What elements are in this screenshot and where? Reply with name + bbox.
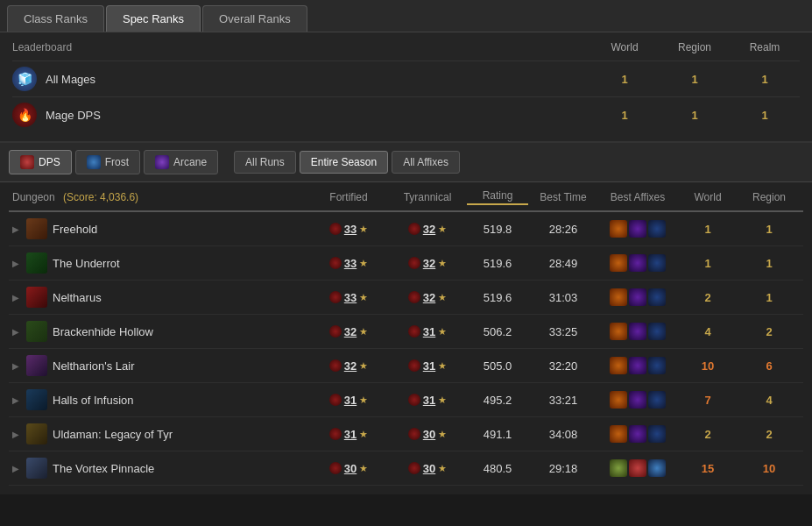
- filter-dps[interactable]: DPS: [9, 150, 72, 174]
- top-tabs: Class Ranks Spec Ranks Overall Ranks: [0, 0, 812, 32]
- cell-world-rank: 15: [677, 462, 738, 475]
- cell-world-rank: 2: [677, 291, 738, 304]
- cell-besttime: 32:20: [528, 359, 598, 373]
- fortified-key-icon: [329, 325, 342, 338]
- tyr-star: ★: [438, 258, 447, 269]
- filter-arcane[interactable]: Arcane: [144, 150, 218, 174]
- fort-val: 32: [344, 325, 357, 338]
- cell-tyrannical: 32 ★: [388, 223, 467, 236]
- expand-arrow-icon[interactable]: ▶: [12, 395, 21, 405]
- cell-affixes: [598, 288, 677, 306]
- all-mages-realm: 1: [730, 73, 800, 86]
- expand-arrow-icon[interactable]: ▶: [12, 259, 21, 268]
- cell-dungeon: ▶ The Underrot: [12, 252, 309, 274]
- cell-region-rank: 10: [738, 462, 800, 475]
- cell-rating: 505.0: [467, 359, 528, 373]
- tab-spec-ranks[interactable]: Spec Ranks: [106, 5, 201, 32]
- cell-rating: 495.2: [467, 394, 528, 407]
- cell-affixes: [598, 425, 677, 443]
- cell-region-rank: 6: [738, 359, 800, 373]
- dungeon-name: Neltharus: [53, 291, 102, 304]
- fortified-key-icon: [329, 394, 342, 406]
- dungeon-thumb: [26, 458, 47, 479]
- expand-arrow-icon[interactable]: ▶: [12, 293, 21, 302]
- dungeon-name: Uldaman: Legacy of Tyr: [53, 428, 173, 441]
- affix-icon-3: [648, 425, 666, 443]
- cell-region-rank: 1: [738, 257, 800, 270]
- all-mages-world: 1: [590, 73, 660, 86]
- cell-fortified: 31 ★: [309, 428, 388, 441]
- filter-dps-label: DPS: [39, 156, 60, 168]
- affix-icon-3: [648, 220, 666, 238]
- dps-icon: [20, 155, 34, 169]
- cell-besttime: 33:25: [528, 325, 598, 338]
- dungeon-thumb: [26, 218, 47, 239]
- filter-frost[interactable]: Frost: [75, 150, 140, 174]
- cell-affixes: [598, 220, 677, 238]
- table-row[interactable]: ▶ Uldaman: Legacy of Tyr 31 ★ 30 ★ 491.1…: [9, 417, 803, 451]
- fort-star: ★: [359, 463, 368, 474]
- affix-icon-1: [610, 323, 627, 340]
- filter-bar: DPS Frost Arcane All Runs Entire Season …: [0, 143, 812, 182]
- affix-icon-2: [629, 288, 646, 306]
- leaderboard-row-allmages[interactable]: 🧊 All Mages 1 1 1: [12, 60, 800, 96]
- fort-star: ★: [359, 326, 368, 338]
- filter-all-affixes-label: All Affixes: [403, 156, 448, 168]
- fort-val: 33: [344, 291, 357, 304]
- leaderboard-row-magedps[interactable]: 🔥 Mage DPS 1 1 1: [12, 96, 800, 132]
- filter-all-affixes[interactable]: All Affixes: [392, 151, 460, 174]
- mage-dps-realm: 1: [730, 109, 800, 122]
- tyrannical-key-icon: [408, 394, 420, 406]
- affix-icon-2: [629, 220, 646, 238]
- dungeon-thumb: [26, 321, 47, 342]
- fort-star: ★: [359, 258, 368, 269]
- table-row[interactable]: ▶ Halls of Infusion 31 ★ 31 ★ 495.2 33:2…: [9, 383, 803, 417]
- table-row[interactable]: ▶ The Underrot 33 ★ 32 ★ 519.6 28:49 1 1: [9, 246, 803, 281]
- cell-dungeon: ▶ Uldaman: Legacy of Tyr: [12, 423, 309, 444]
- affix-icon-2: [629, 459, 646, 477]
- cell-fortified: 31 ★: [309, 394, 388, 407]
- affix-icon-3: [648, 391, 666, 409]
- dungeon-name: The Underrot: [53, 257, 120, 270]
- expand-arrow-icon[interactable]: ▶: [12, 224, 21, 234]
- cell-world-rank: 1: [677, 223, 738, 236]
- cell-region-rank: 4: [738, 394, 800, 407]
- table-header: Dungeon (Score: 4,036.6) Fortified Tyran…: [9, 182, 803, 212]
- filter-all-runs[interactable]: All Runs: [234, 151, 296, 174]
- filter-entire-season[interactable]: Entire Season: [300, 151, 388, 174]
- tyr-val: 31: [423, 394, 435, 407]
- expand-arrow-icon[interactable]: ▶: [12, 327, 21, 337]
- cell-besttime: 28:26: [528, 223, 598, 236]
- table-row[interactable]: ▶ Neltharion's Lair 32 ★ 31 ★ 505.0 32:2…: [9, 349, 803, 383]
- th-world: World: [677, 191, 738, 203]
- dungeon-thumb: [26, 252, 47, 274]
- table-row[interactable]: ▶ Freehold 33 ★ 32 ★ 519.8 28:26 1 1: [9, 212, 803, 246]
- table-row[interactable]: ▶ Neltharus 33 ★ 32 ★ 519.6 31:03 2 1: [9, 281, 803, 315]
- fortified-key-icon: [329, 223, 342, 235]
- tab-class-ranks[interactable]: Class Ranks: [7, 5, 104, 32]
- tab-overall-ranks[interactable]: Overall Ranks: [202, 5, 307, 32]
- expand-arrow-icon[interactable]: ▶: [12, 430, 21, 439]
- cell-tyrannical: 31 ★: [388, 325, 467, 338]
- affix-icon-1: [610, 357, 627, 374]
- cell-besttime: 29:18: [528, 462, 598, 475]
- th-besttime: Best Time: [528, 191, 598, 203]
- expand-arrow-icon[interactable]: ▶: [12, 464, 21, 473]
- cell-rating: 519.6: [467, 291, 528, 304]
- cell-affixes: [598, 459, 677, 477]
- cell-besttime: 34:08: [528, 428, 598, 441]
- table-row[interactable]: ▶ The Vortex Pinnacle 30 ★ 30 ★ 480.5 29…: [9, 451, 803, 486]
- tyr-val: 30: [423, 428, 435, 441]
- cell-fortified: 32 ★: [309, 359, 388, 373]
- dungeon-name: Neltharion's Lair: [53, 359, 135, 373]
- filter-all-runs-label: All Runs: [245, 156, 285, 168]
- tyr-val: 32: [423, 257, 435, 270]
- tyr-star: ★: [438, 326, 447, 338]
- cell-affixes: [598, 323, 677, 340]
- table-row[interactable]: ▶ Brackenhide Hollow 32 ★ 31 ★ 506.2 33:…: [9, 315, 803, 349]
- cell-tyrannical: 32 ★: [388, 291, 467, 304]
- tyr-val: 30: [423, 462, 435, 475]
- tyr-star: ★: [438, 292, 447, 303]
- cell-world-rank: 10: [677, 359, 738, 373]
- expand-arrow-icon[interactable]: ▶: [12, 361, 21, 371]
